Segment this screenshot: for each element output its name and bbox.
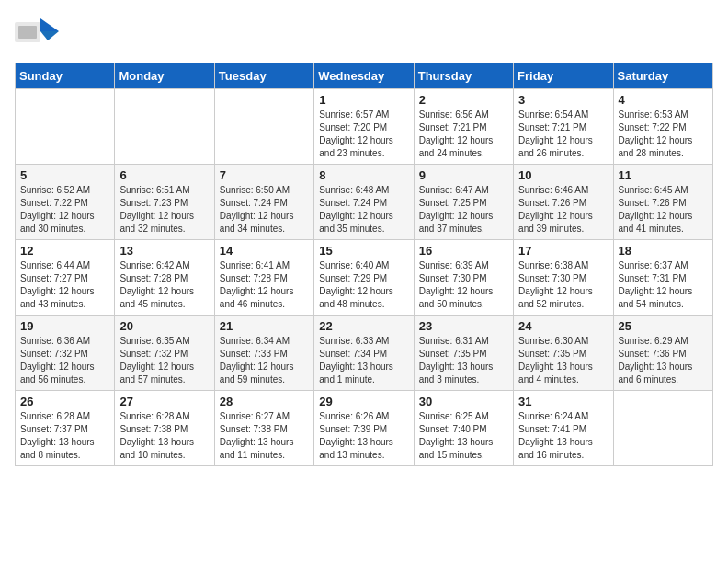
day-cell: 31Sunrise: 6:24 AM Sunset: 7:41 PM Dayli…	[514, 391, 613, 466]
day-cell	[214, 89, 313, 165]
day-info: Sunrise: 6:52 AM Sunset: 7:22 PM Dayligh…	[20, 184, 109, 236]
day-cell: 29Sunrise: 6:26 AM Sunset: 7:39 PM Dayli…	[314, 391, 414, 466]
day-info: Sunrise: 6:40 AM Sunset: 7:29 PM Dayligh…	[319, 259, 408, 311]
day-cell: 3Sunrise: 6:54 AM Sunset: 7:21 PM Daylig…	[514, 89, 613, 165]
day-info: Sunrise: 6:56 AM Sunset: 7:21 PM Dayligh…	[419, 109, 508, 160]
day-cell: 2Sunrise: 6:56 AM Sunset: 7:21 PM Daylig…	[414, 89, 513, 165]
day-cell	[613, 391, 712, 466]
day-number: 23	[419, 319, 508, 333]
day-info: Sunrise: 6:26 AM Sunset: 7:39 PM Dayligh…	[319, 410, 408, 462]
day-number: 4	[619, 93, 708, 107]
day-number: 5	[20, 168, 109, 182]
day-number: 13	[119, 244, 209, 258]
day-number: 20	[119, 319, 209, 333]
day-number: 18	[619, 244, 708, 258]
day-cell: 11Sunrise: 6:45 AM Sunset: 7:26 PM Dayli…	[613, 165, 712, 240]
day-cell: 20Sunrise: 6:35 AM Sunset: 7:32 PM Dayli…	[115, 316, 214, 391]
day-info: Sunrise: 6:57 AM Sunset: 7:20 PM Dayligh…	[319, 109, 408, 160]
week-row-4: 19Sunrise: 6:36 AM Sunset: 7:32 PM Dayli…	[16, 316, 713, 391]
day-cell: 12Sunrise: 6:44 AM Sunset: 7:27 PM Dayli…	[16, 240, 115, 316]
day-number: 24	[518, 319, 608, 333]
day-cell: 7Sunrise: 6:50 AM Sunset: 7:24 PM Daylig…	[214, 165, 313, 240]
day-number: 8	[319, 168, 408, 182]
day-number: 3	[518, 93, 608, 107]
day-number: 26	[20, 395, 109, 408]
day-info: Sunrise: 6:50 AM Sunset: 7:24 PM Dayligh…	[220, 184, 309, 236]
calendar-table: SundayMondayTuesdayWednesdayThursdayFrid…	[15, 63, 713, 466]
day-info: Sunrise: 6:44 AM Sunset: 7:27 PM Dayligh…	[20, 259, 109, 311]
day-info: Sunrise: 6:46 AM Sunset: 7:26 PM Dayligh…	[518, 184, 608, 236]
week-row-1: 1Sunrise: 6:57 AM Sunset: 7:20 PM Daylig…	[16, 89, 713, 165]
day-number: 28	[220, 395, 309, 408]
logo-icon	[15, 15, 59, 52]
day-info: Sunrise: 6:24 AM Sunset: 7:41 PM Dayligh…	[518, 410, 608, 462]
day-info: Sunrise: 6:36 AM Sunset: 7:32 PM Dayligh…	[20, 335, 109, 386]
day-number: 6	[119, 168, 209, 182]
day-cell: 22Sunrise: 6:33 AM Sunset: 7:34 PM Dayli…	[314, 316, 414, 391]
day-cell: 13Sunrise: 6:42 AM Sunset: 7:28 PM Dayli…	[115, 240, 214, 316]
day-cell: 10Sunrise: 6:46 AM Sunset: 7:26 PM Dayli…	[514, 165, 613, 240]
page-header	[15, 15, 713, 52]
col-header-wednesday: Wednesday	[314, 63, 414, 89]
day-info: Sunrise: 6:54 AM Sunset: 7:21 PM Dayligh…	[518, 109, 608, 160]
day-cell: 14Sunrise: 6:41 AM Sunset: 7:28 PM Dayli…	[214, 240, 313, 316]
day-cell: 8Sunrise: 6:48 AM Sunset: 7:24 PM Daylig…	[314, 165, 414, 240]
day-info: Sunrise: 6:33 AM Sunset: 7:34 PM Dayligh…	[319, 335, 408, 386]
col-header-sunday: Sunday	[16, 63, 115, 89]
day-cell: 30Sunrise: 6:25 AM Sunset: 7:40 PM Dayli…	[414, 391, 513, 466]
day-cell: 23Sunrise: 6:31 AM Sunset: 7:35 PM Dayli…	[414, 316, 513, 391]
day-info: Sunrise: 6:34 AM Sunset: 7:33 PM Dayligh…	[220, 335, 309, 386]
day-cell: 28Sunrise: 6:27 AM Sunset: 7:38 PM Dayli…	[214, 391, 313, 466]
day-cell: 9Sunrise: 6:47 AM Sunset: 7:25 PM Daylig…	[414, 165, 513, 240]
day-cell: 15Sunrise: 6:40 AM Sunset: 7:29 PM Dayli…	[314, 240, 414, 316]
day-number: 14	[220, 244, 309, 258]
col-header-saturday: Saturday	[613, 63, 712, 89]
day-number: 17	[518, 244, 608, 258]
day-info: Sunrise: 6:27 AM Sunset: 7:38 PM Dayligh…	[220, 410, 309, 462]
day-number: 1	[319, 93, 408, 107]
day-info: Sunrise: 6:48 AM Sunset: 7:24 PM Dayligh…	[319, 184, 408, 236]
day-info: Sunrise: 6:47 AM Sunset: 7:25 PM Dayligh…	[419, 184, 508, 236]
day-cell: 26Sunrise: 6:28 AM Sunset: 7:37 PM Dayli…	[16, 391, 115, 466]
day-number: 15	[319, 244, 408, 258]
day-info: Sunrise: 6:28 AM Sunset: 7:37 PM Dayligh…	[20, 410, 109, 462]
day-cell: 17Sunrise: 6:38 AM Sunset: 7:30 PM Dayli…	[514, 240, 613, 316]
day-cell: 5Sunrise: 6:52 AM Sunset: 7:22 PM Daylig…	[16, 165, 115, 240]
day-number: 25	[619, 319, 708, 333]
day-number: 19	[20, 319, 109, 333]
day-cell: 25Sunrise: 6:29 AM Sunset: 7:36 PM Dayli…	[613, 316, 712, 391]
col-header-monday: Monday	[115, 63, 214, 89]
day-number: 7	[220, 168, 309, 182]
day-info: Sunrise: 6:35 AM Sunset: 7:32 PM Dayligh…	[119, 335, 209, 386]
day-info: Sunrise: 6:45 AM Sunset: 7:26 PM Dayligh…	[619, 184, 708, 236]
day-info: Sunrise: 6:42 AM Sunset: 7:28 PM Dayligh…	[119, 259, 209, 311]
day-cell: 19Sunrise: 6:36 AM Sunset: 7:32 PM Dayli…	[16, 316, 115, 391]
day-info: Sunrise: 6:38 AM Sunset: 7:30 PM Dayligh…	[518, 259, 608, 311]
week-row-3: 12Sunrise: 6:44 AM Sunset: 7:27 PM Dayli…	[16, 240, 713, 316]
day-number: 27	[119, 395, 209, 408]
day-number: 9	[419, 168, 508, 182]
day-info: Sunrise: 6:28 AM Sunset: 7:38 PM Dayligh…	[119, 410, 209, 462]
week-row-2: 5Sunrise: 6:52 AM Sunset: 7:22 PM Daylig…	[16, 165, 713, 240]
day-number: 16	[419, 244, 508, 258]
week-row-5: 26Sunrise: 6:28 AM Sunset: 7:37 PM Dayli…	[16, 391, 713, 466]
day-cell: 1Sunrise: 6:57 AM Sunset: 7:20 PM Daylig…	[314, 89, 414, 165]
col-header-friday: Friday	[514, 63, 613, 89]
day-number: 29	[319, 395, 408, 408]
day-cell: 24Sunrise: 6:30 AM Sunset: 7:35 PM Dayli…	[514, 316, 613, 391]
day-info: Sunrise: 6:29 AM Sunset: 7:36 PM Dayligh…	[619, 335, 708, 386]
day-cell: 6Sunrise: 6:51 AM Sunset: 7:23 PM Daylig…	[115, 165, 214, 240]
day-cell: 27Sunrise: 6:28 AM Sunset: 7:38 PM Dayli…	[115, 391, 214, 466]
col-header-thursday: Thursday	[414, 63, 513, 89]
day-info: Sunrise: 6:41 AM Sunset: 7:28 PM Dayligh…	[220, 259, 309, 311]
day-number: 2	[419, 93, 508, 107]
day-number: 10	[518, 168, 608, 182]
day-number: 12	[20, 244, 109, 258]
logo	[15, 15, 63, 52]
day-info: Sunrise: 6:25 AM Sunset: 7:40 PM Dayligh…	[419, 410, 508, 462]
day-info: Sunrise: 6:30 AM Sunset: 7:35 PM Dayligh…	[518, 335, 608, 386]
col-header-tuesday: Tuesday	[214, 63, 313, 89]
svg-marker-3	[40, 31, 59, 40]
day-info: Sunrise: 6:37 AM Sunset: 7:31 PM Dayligh…	[619, 259, 708, 311]
day-cell: 18Sunrise: 6:37 AM Sunset: 7:31 PM Dayli…	[613, 240, 712, 316]
